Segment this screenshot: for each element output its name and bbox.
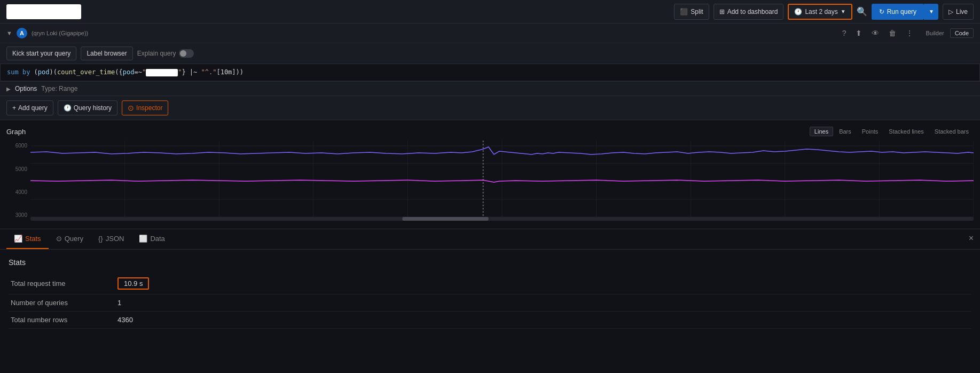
stats-table: Total request time 10.9 s Number of quer… (9, 273, 971, 329)
copy-icon-button[interactable]: ⬆ (853, 28, 864, 38)
stat-label-queries: Number of queries (9, 294, 115, 312)
stats-icon: 📈 (14, 235, 22, 243)
add-dashboard-label: Add to dashboard (727, 8, 778, 15)
y-label-5000: 5000 (6, 166, 27, 172)
data-icon: ⬜ (139, 235, 147, 243)
chart-with-axis: 6000 5000 4000 3000 (6, 141, 974, 229)
graph-view-buttons: Lines Bars Points Stacked lines Stacked … (810, 127, 974, 136)
stat-value-queries: 1 (115, 294, 971, 312)
code-view-button[interactable]: Code (950, 28, 974, 38)
toolbar: + Add query 🕐 Query history ⊙ Inspector (0, 96, 980, 120)
builder-view-button[interactable]: Builder (921, 28, 948, 38)
top-bar: ⬛ Split ⊞ Add to dashboard 🕐 Last 2 days… (0, 0, 980, 24)
stat-row-rows: Total number rows 4360 (9, 312, 971, 329)
logo (6, 4, 81, 19)
query-str-open: " (142, 67, 146, 77)
query-row-header: ▼ A (qryn Loki (Gigapipe)) ? ⬆ 👁 🗑 ⋮ Bui… (0, 24, 980, 43)
query-masked-value (146, 69, 178, 76)
graph-stacked-lines-button[interactable]: Stacked lines (884, 127, 928, 136)
chevron-down-icon: ▼ (929, 9, 934, 14)
graph-points-button[interactable]: Points (857, 127, 883, 136)
query-icon: ⊙ (56, 235, 62, 243)
live-label: Live (956, 8, 968, 15)
close-inspector-button[interactable]: × (969, 234, 974, 243)
run-query-button[interactable]: ↻ Run query (872, 4, 924, 20)
tab-json[interactable]: {} JSON (91, 229, 131, 249)
request-time-value: 10.9 s (117, 277, 149, 290)
query-by-kw: by (22, 67, 30, 77)
kick-start-button[interactable]: Kick start your query (6, 46, 76, 60)
y-label-3000: 3000 (6, 212, 27, 218)
json-icon: {} (98, 235, 103, 243)
inspector-icon: ⊙ (128, 104, 134, 112)
graph-title: Graph (6, 128, 26, 136)
time-range-label: Last 2 days (805, 8, 837, 15)
run-query-dropdown-button[interactable]: ▼ (924, 4, 938, 20)
graph-bars-button[interactable]: Bars (834, 127, 856, 136)
delete-icon-button[interactable]: 🗑 (887, 28, 898, 38)
inspector-section: × 📈 Stats ⊙ Query {} JSON ⬜ Data Stats T… (0, 229, 980, 337)
query-str-close: " (178, 67, 182, 77)
top-bar-left (6, 4, 81, 19)
clock-icon: 🕐 (794, 8, 802, 15)
add-query-label: Add query (18, 104, 48, 112)
tab-stats[interactable]: 📈 Stats (6, 229, 49, 249)
search-icon[interactable]: 🔍 (857, 6, 867, 17)
stat-value-rows: 4360 (115, 312, 971, 329)
split-button[interactable]: ⬛ Split (674, 4, 709, 20)
y-label-4000: 4000 (6, 189, 27, 195)
live-button[interactable]: ▷ Live (943, 4, 974, 20)
query-history-button[interactable]: 🕐 Query history (58, 100, 117, 115)
query-pod-label: pod (123, 67, 135, 77)
add-dashboard-button[interactable]: ⊞ Add to dashboard (714, 4, 784, 20)
y-axis: 6000 5000 4000 3000 (6, 141, 30, 229)
query-panel: ▼ A (qryn Loki (Gigapipe)) ? ⬆ 👁 🗑 ⋮ Bui… (0, 24, 980, 96)
options-type: Type: Range (41, 85, 77, 92)
tab-query[interactable]: ⊙ Query (49, 229, 91, 249)
graph-stacked-bars-button[interactable]: Stacked bars (930, 127, 974, 136)
graph-lines-button[interactable]: Lines (810, 127, 833, 136)
inspector-label: Inspector (136, 104, 162, 112)
scrollbar-thumb-fill (402, 217, 488, 221)
options-row: ▶ Options Type: Range (0, 81, 980, 96)
stat-row-queries: Number of queries 1 (9, 294, 971, 312)
stats-title: Stats (9, 258, 971, 267)
stat-row-request-time: Total request time 10.9 s (9, 273, 971, 294)
y-label-6000: 6000 (6, 143, 27, 149)
builder-code-toggle: Builder Code (921, 28, 974, 38)
stat-label-rows: Total number rows (9, 312, 115, 329)
split-label: Split (691, 8, 703, 15)
clock-icon: 🕐 (64, 104, 72, 112)
eye-icon-button[interactable]: 👁 (869, 28, 881, 38)
tab-data[interactable]: ⬜ Data (131, 229, 172, 249)
stats-content: Stats Total request time 10.9 s Number o… (0, 250, 980, 337)
add-query-button[interactable]: + Add query (6, 100, 53, 115)
run-query-label: Run query (887, 8, 916, 15)
explain-toggle: Explain query (137, 49, 194, 58)
collapse-icon[interactable]: ▼ (6, 30, 12, 36)
label-browser-button[interactable]: Label browser (81, 46, 132, 60)
dashboard-icon: ⊞ (719, 8, 725, 15)
inspector-tabs: 📈 Stats ⊙ Query {} JSON ⬜ Data (0, 229, 980, 250)
explain-toggle-switch[interactable] (179, 49, 194, 58)
explain-label: Explain query (137, 50, 176, 57)
history-label: Query history (74, 104, 112, 112)
query-letter: A (17, 28, 27, 38)
top-bar-right: ⬛ Split ⊞ Add to dashboard 🕐 Last 2 days… (674, 4, 974, 20)
play-icon: ▷ (948, 8, 953, 15)
options-label: Options (15, 85, 37, 92)
query-code: sum by ( pod )( count_over_time ({ pod =… (7, 67, 973, 77)
query-pod-kw: pod (38, 67, 50, 77)
chart-svg (30, 141, 974, 221)
more-icon-button[interactable]: ⋮ (904, 28, 915, 38)
inspector-button[interactable]: ⊙ Inspector (122, 100, 168, 115)
query-input-row[interactable]: sum by ( pod )( count_over_time ({ pod =… (0, 64, 980, 81)
help-icon-button[interactable]: ? (840, 28, 849, 38)
query-right-icons: ? ⬆ 👁 🗑 ⋮ Builder Code (840, 28, 974, 38)
datasource-name: (qryn Loki (Gigapipe)) (32, 30, 88, 36)
chevron-down-icon: ▼ (841, 9, 846, 14)
quick-actions: Kick start your query Label browser Expl… (0, 43, 980, 64)
query-sum-kw: sum (7, 67, 19, 77)
options-expand-icon[interactable]: ▶ (6, 86, 11, 92)
time-range-button[interactable]: 🕐 Last 2 days ▼ (788, 4, 852, 20)
